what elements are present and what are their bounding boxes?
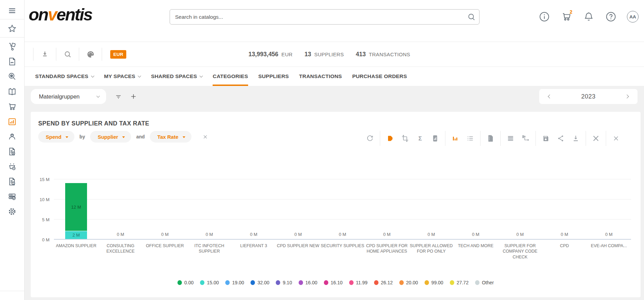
dimension2-dropdown[interactable]: Tax Rate [150, 131, 191, 142]
shopping-cart-icon[interactable] [0, 99, 25, 114]
legend-item-16-10[interactable]: 16.10 [324, 280, 343, 285]
legend-label: 0.00 [184, 280, 194, 285]
pivot-icon[interactable] [518, 133, 533, 144]
list-view-icon[interactable] [463, 133, 478, 144]
share-icon[interactable] [553, 133, 568, 144]
filter-icon[interactable] [111, 90, 126, 103]
filter-bar: Materialgruppen 2023 [25, 86, 644, 107]
legend-item-26-12[interactable]: 26.12 [374, 280, 393, 285]
notifications-bell-icon[interactable] [583, 11, 595, 23]
document-note-icon[interactable] [483, 133, 498, 144]
group-dropdown[interactable]: Materialgruppen [31, 89, 106, 104]
legend-item-9-10[interactable]: 9.10 [276, 280, 292, 285]
currency-badge[interactable]: EUR [110, 50, 126, 59]
tab-shared-spaces[interactable]: SHARED SPACES [146, 67, 207, 86]
measure-dropdown[interactable]: Spend [38, 131, 74, 142]
tab-categories[interactable]: CATEGORIES [207, 67, 253, 86]
crop-icon[interactable] [398, 133, 413, 144]
tab-my-spaces[interactable]: MY SPACES [99, 67, 146, 86]
contract-handshake-icon[interactable] [0, 54, 25, 69]
dimension1-dropdown[interactable]: Supplier [90, 131, 131, 142]
add-widget-icon[interactable] [126, 90, 141, 103]
tab-suppliers[interactable]: SUPPLIERS [253, 67, 294, 86]
category-label: LIEFERANT 3 [232, 243, 275, 249]
bar-value-label: 0 M [428, 232, 435, 237]
legend-item-other[interactable]: Other [475, 280, 494, 285]
save-icon[interactable] [538, 133, 553, 144]
cart-icon[interactable]: 2 [560, 11, 573, 23]
product-search-icon[interactable] [0, 69, 25, 84]
search-icon[interactable] [56, 47, 79, 61]
close-chart-icon[interactable] [609, 133, 624, 144]
palette-icon[interactable] [79, 47, 102, 61]
invoice-percent-icon[interactable] [0, 144, 25, 159]
panel-chart-icon[interactable] [428, 133, 443, 144]
help-icon[interactable] [605, 11, 617, 23]
remove-dimension-icon[interactable] [200, 132, 211, 142]
sum-sigma-icon[interactable]: Σ [413, 133, 428, 144]
server-check-icon[interactable] [0, 189, 25, 204]
star-favorites-icon[interactable] [0, 21, 25, 36]
category-label: SUPPLIER ALLOWED FOR PO ONLY [410, 243, 453, 254]
tag-icon[interactable] [383, 133, 398, 144]
category-label: AMAZON SUPPLIER [54, 243, 98, 249]
y-tick-label: 15 M [40, 177, 49, 182]
metric-total-spend: 13,993,456 EUR [248, 51, 292, 58]
logo-text: entis [56, 5, 92, 24]
menu-icon[interactable] [0, 3, 25, 18]
year-value: 2023 [581, 93, 596, 100]
metric-transactions: 413 TRANSACTIONS [356, 51, 410, 58]
legend-item-19-00[interactable]: 19.00 [225, 280, 244, 285]
bar-value-label: 0 M [383, 232, 391, 237]
bar-value-label: 0 M [561, 232, 568, 237]
bar-segment-tax-0.00[interactable]: 12 M [65, 183, 87, 231]
legend-item-27-72[interactable]: 27.72 [450, 280, 469, 285]
settings-gear-icon[interactable] [0, 204, 25, 219]
metric-value: 13,993,456 [248, 51, 278, 58]
search-input[interactable] [170, 9, 480, 25]
group-dropdown-value: Materialgruppen [39, 93, 80, 100]
refresh-icon[interactable] [362, 133, 377, 144]
tab-transactions[interactable]: TRANSACTIONS [294, 67, 347, 86]
onventis-logo[interactable]: onventis [29, 5, 92, 25]
tab-standard-spaces[interactable]: STANDARD SPACES [30, 67, 99, 86]
metrics: 13,993,456 EUR 13 SUPPLIERS 413 TRANSACT… [248, 51, 410, 58]
columns: 2 M12 MAMAZON SUPPLIER0 MCONSULTING EXCE… [54, 172, 631, 239]
table-rows-icon[interactable] [503, 133, 518, 144]
legend-label: 16.00 [305, 280, 317, 285]
bar-chart-type-icon[interactable] [448, 133, 463, 144]
bar-segment-tax-15.00[interactable]: 2 M [65, 231, 87, 239]
previous-year-icon[interactable] [544, 91, 556, 102]
tools-icon[interactable] [588, 133, 603, 144]
analytics-chart-icon[interactable] [0, 114, 25, 129]
legend-item-32-00[interactable]: 32.00 [251, 280, 269, 285]
chart-title: SPEND BY SUPPLIER AND TAX RATE [38, 120, 211, 127]
legend-color-dot [374, 280, 378, 285]
legend-item-99-00[interactable]: 99.00 [425, 280, 443, 285]
legend-item-15-00[interactable]: 15.00 [200, 280, 219, 285]
next-year-icon[interactable] [621, 91, 633, 102]
legend-label: 16.10 [331, 280, 343, 285]
legend-item-20-00[interactable]: 20.00 [399, 280, 418, 285]
download-icon[interactable] [568, 133, 583, 144]
category-label: CPD SUPPLIER NEW [276, 243, 320, 249]
tab-purchase-orders[interactable]: PURCHASE ORDERS [347, 67, 412, 86]
category-label: TECH AND MORE [454, 243, 498, 249]
supplier-person-icon[interactable] [0, 129, 25, 144]
stats-bar: EUR 13,993,456 EUR 13 SUPPLIERS 413 TRAN… [25, 42, 644, 67]
avatar[interactable]: AA [627, 11, 639, 22]
export-download-icon[interactable] [33, 47, 56, 61]
search-icon[interactable] [467, 13, 476, 21]
info-icon[interactable] [538, 11, 550, 23]
connector-text: and [135, 134, 146, 139]
basket-clock-icon[interactable] [0, 159, 25, 174]
legend-item-11-99[interactable]: 11.99 [349, 280, 368, 285]
legend-color-dot [276, 280, 280, 285]
catalog-book-icon[interactable] [0, 84, 25, 99]
hand-truck-icon[interactable] [0, 39, 25, 54]
chart-column: 0 MCPD SUPPLIER FOR HOME APPLIANCES [365, 172, 409, 239]
sidebar-divider [0, 37, 25, 38]
document-paragraph-icon[interactable]: § [0, 174, 25, 189]
legend-item-16-00[interactable]: 16.00 [299, 280, 317, 285]
legend-item-0-00[interactable]: 0.00 [177, 280, 194, 285]
